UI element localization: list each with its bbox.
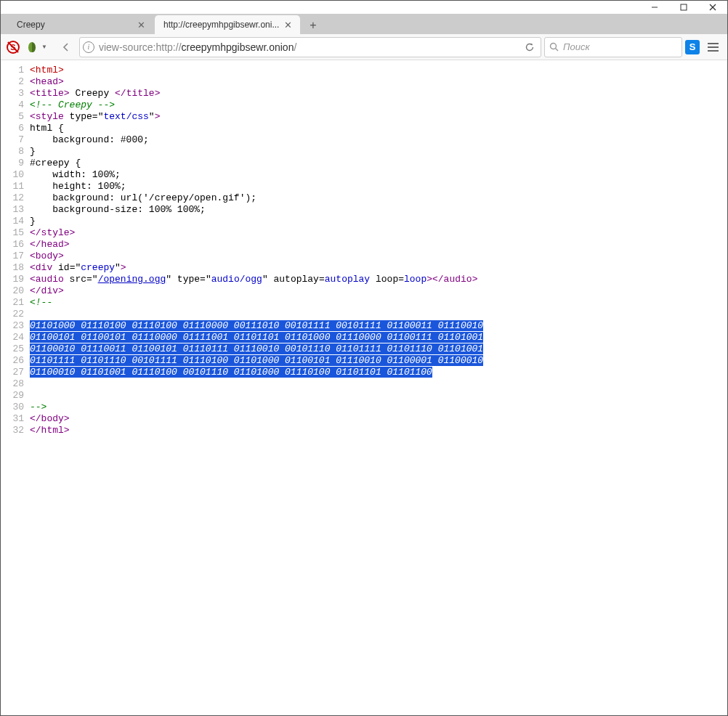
line-code[interactable]: 01100010 01110011 01100101 01110111 0111…: [30, 343, 727, 355]
line-code[interactable]: </head>: [30, 239, 727, 251]
source-line[interactable]: 10 width: 100%;: [1, 169, 727, 181]
site-info-icon[interactable]: i: [83, 41, 94, 53]
svg-point-4: [551, 44, 557, 49]
line-code[interactable]: </html>: [30, 425, 727, 436]
line-code[interactable]: <!-- Creepy -->: [30, 99, 727, 111]
source-line[interactable]: 13 background-size: 100% 100%;: [1, 204, 727, 216]
line-code[interactable]: 01100101 01100101 01110000 01111001 0110…: [30, 332, 727, 343]
navigation-toolbar: ▼ i view-source:http://creepymhpgibsewr.…: [1, 34, 727, 60]
chevron-down-icon[interactable]: ▼: [41, 44, 47, 50]
tab-label: http://creepymhpgibsewr.oni...: [163, 20, 279, 30]
source-line[interactable]: 5<style type="text/css">: [1, 111, 727, 123]
line-number: 12: [1, 192, 30, 204]
tab-close-icon[interactable]: ✕: [282, 20, 294, 30]
line-number: 19: [1, 274, 30, 285]
source-line[interactable]: 12 background: url('/creepy/open.gif');: [1, 192, 727, 204]
line-code[interactable]: -->: [30, 402, 727, 413]
line-code[interactable]: [30, 378, 727, 390]
line-code[interactable]: <head>: [30, 76, 727, 88]
source-line[interactable]: 28: [1, 378, 727, 390]
source-line[interactable]: 20</div>: [1, 285, 727, 297]
line-code[interactable]: </style>: [30, 227, 727, 239]
line-number: 25: [1, 343, 30, 355]
line-number: 31: [1, 413, 30, 425]
line-code[interactable]: <title> Creepy </title>: [30, 88, 727, 99]
line-code[interactable]: #creepy {: [30, 158, 727, 169]
window-maximize-button[interactable]: [669, 1, 698, 14]
url-text: view-source:http://creepymhpgibsewr.onio…: [99, 41, 517, 53]
source-line[interactable]: 19<audio src="/opening.ogg" type="audio/…: [1, 274, 727, 285]
new-tab-button[interactable]: +: [304, 17, 322, 34]
window-titlebar: [1, 1, 727, 14]
source-line[interactable]: 4<!-- Creepy -->: [1, 99, 727, 111]
source-line[interactable]: 7 background: #000;: [1, 134, 727, 146]
search-box[interactable]: Поиск: [544, 37, 682, 57]
line-number: 13: [1, 204, 30, 216]
line-code[interactable]: </div>: [30, 285, 727, 297]
source-line[interactable]: 29: [1, 390, 727, 402]
line-code[interactable]: background-size: 100% 100%;: [30, 204, 727, 216]
line-number: 11: [1, 181, 30, 192]
source-line[interactable]: 3<title> Creepy </title>: [1, 88, 727, 99]
line-number: 1: [1, 65, 30, 76]
torbutton-icon[interactable]: [24, 39, 40, 55]
line-code[interactable]: [30, 390, 727, 402]
line-code[interactable]: <div id="creepy">: [30, 262, 727, 274]
source-line[interactable]: 2301101000 01110100 01110100 01110000 00…: [1, 320, 727, 332]
window-close-button[interactable]: [698, 1, 727, 14]
source-line[interactable]: 11 height: 100%;: [1, 181, 727, 192]
line-code[interactable]: background: #000;: [30, 134, 727, 146]
source-code-view[interactable]: 1<html>2<head>3<title> Creepy </title>4<…: [1, 60, 727, 715]
menu-button[interactable]: [703, 37, 723, 57]
source-line[interactable]: 14}: [1, 216, 727, 227]
line-code[interactable]: width: 100%;: [30, 169, 727, 181]
search-icon: [549, 42, 559, 52]
reload-button[interactable]: [522, 42, 538, 52]
source-line[interactable]: 2501100010 01110011 01100101 01110111 01…: [1, 343, 727, 355]
source-line[interactable]: 17<body>: [1, 251, 727, 262]
source-line[interactable]: 8}: [1, 146, 727, 158]
source-line[interactable]: 32</html>: [1, 425, 727, 436]
line-code[interactable]: [30, 309, 727, 320]
source-line[interactable]: 31</body>: [1, 413, 727, 425]
line-code[interactable]: }: [30, 216, 727, 227]
source-line[interactable]: 22: [1, 309, 727, 320]
noscript-icon[interactable]: [5, 39, 21, 55]
source-line[interactable]: 2<head>: [1, 76, 727, 88]
back-button[interactable]: [56, 37, 76, 57]
source-line[interactable]: 2701100010 01101001 01110100 00101110 01…: [1, 367, 727, 378]
line-code[interactable]: height: 100%;: [30, 181, 727, 192]
line-code[interactable]: background: url('/creepy/open.gif');: [30, 192, 727, 204]
source-line[interactable]: 18<div id="creepy">: [1, 262, 727, 274]
line-code[interactable]: <!--: [30, 297, 727, 309]
tab-strip: Creepy ✕ http://creepymhpgibsewr.oni... …: [1, 14, 727, 34]
search-placeholder: Поиск: [563, 41, 590, 52]
line-code[interactable]: <html>: [30, 65, 727, 76]
window-minimize-button[interactable]: [640, 1, 669, 14]
tab-close-icon[interactable]: ✕: [135, 20, 147, 30]
line-code[interactable]: html {: [30, 123, 727, 134]
line-code[interactable]: </body>: [30, 413, 727, 425]
source-line[interactable]: 2401100101 01100101 01110000 01111001 01…: [1, 332, 727, 343]
source-line[interactable]: 21<!--: [1, 297, 727, 309]
line-code[interactable]: <body>: [30, 251, 727, 262]
line-code[interactable]: <style type="text/css">: [30, 111, 727, 123]
line-number: 8: [1, 146, 30, 158]
source-line[interactable]: 6html {: [1, 123, 727, 134]
line-code[interactable]: <audio src="/opening.ogg" type="audio/og…: [30, 274, 727, 285]
line-code[interactable]: 01101000 01110100 01110100 01110000 0011…: [30, 320, 727, 332]
line-number: 21: [1, 297, 30, 309]
address-bar[interactable]: i view-source:http://creepymhpgibsewr.on…: [79, 37, 541, 57]
source-line[interactable]: 2601101111 01101110 00101111 01110100 01…: [1, 355, 727, 367]
source-line[interactable]: 9#creepy {: [1, 158, 727, 169]
line-code[interactable]: 01101111 01101110 00101111 01110100 0110…: [30, 355, 727, 367]
source-line[interactable]: 15</style>: [1, 227, 727, 239]
line-code[interactable]: 01100010 01101001 01110100 00101110 0110…: [30, 367, 727, 378]
source-line[interactable]: 30-->: [1, 402, 727, 413]
source-line[interactable]: 1<html>: [1, 65, 727, 76]
source-line[interactable]: 16</head>: [1, 239, 727, 251]
skype-extension-icon[interactable]: S: [685, 40, 700, 54]
tab-1[interactable]: http://creepymhpgibsewr.oni... ✕: [155, 15, 300, 34]
tab-0[interactable]: Creepy ✕: [8, 15, 153, 34]
line-code[interactable]: }: [30, 146, 727, 158]
